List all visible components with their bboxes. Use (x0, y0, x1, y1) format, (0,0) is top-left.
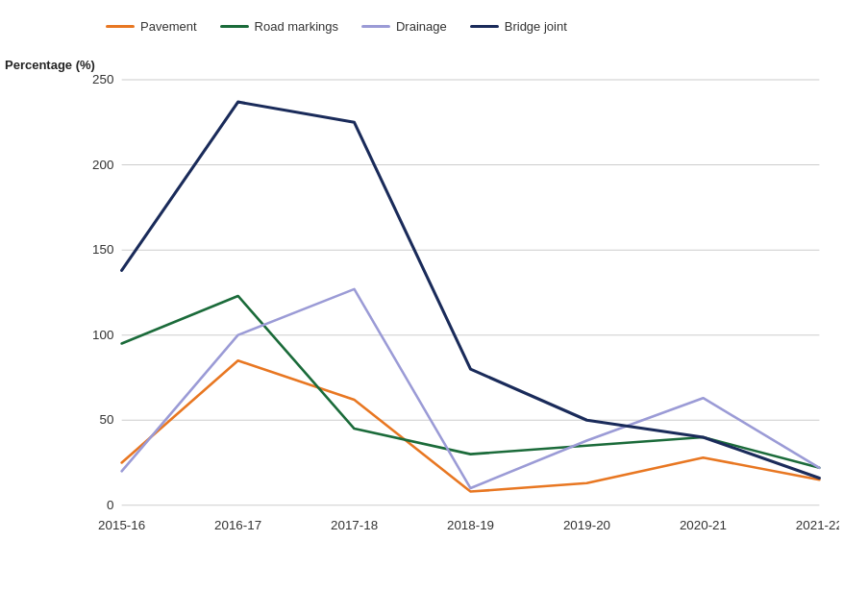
legend-label-pavement: Pavement (140, 19, 197, 34)
legend-line-drainage (361, 25, 390, 28)
svg-text:2020-21: 2020-21 (680, 518, 727, 532)
chart-legend: Pavement Road markings Drainage Bridge j… (67, 19, 839, 34)
legend-item-pavement: Pavement (106, 19, 197, 34)
legend-label-drainage: Drainage (396, 19, 447, 34)
svg-text:0: 0 (107, 498, 113, 512)
svg-text:2021-22: 2021-22 (796, 518, 839, 532)
svg-text:150: 150 (92, 242, 113, 257)
legend-item-bridge-joint: Bridge joint (470, 19, 567, 34)
chart-area: 0501001502002502015-162016-172017-182018… (67, 43, 839, 581)
legend-line-bridge-joint (470, 25, 499, 28)
svg-text:50: 50 (99, 412, 113, 427)
legend-label-bridge-joint: Bridge joint (505, 19, 567, 34)
chart-container: Percentage (%) Pavement Road markings Dr… (0, 0, 868, 615)
svg-text:2018-19: 2018-19 (447, 518, 494, 532)
svg-text:200: 200 (92, 158, 113, 172)
svg-text:2017-18: 2017-18 (331, 518, 378, 532)
svg-text:100: 100 (92, 328, 113, 342)
line-chart: 0501001502002502015-162016-172017-182018… (67, 43, 839, 581)
svg-text:2019-20: 2019-20 (563, 518, 610, 532)
legend-item-drainage: Drainage (361, 19, 447, 34)
legend-label-road-markings: Road markings (255, 19, 338, 34)
legend-line-pavement (106, 25, 135, 28)
legend-item-road-markings: Road markings (220, 19, 338, 34)
svg-text:2016-17: 2016-17 (214, 518, 261, 532)
svg-text:250: 250 (92, 72, 113, 86)
svg-text:2015-16: 2015-16 (98, 518, 145, 532)
legend-line-road-markings (220, 25, 249, 28)
